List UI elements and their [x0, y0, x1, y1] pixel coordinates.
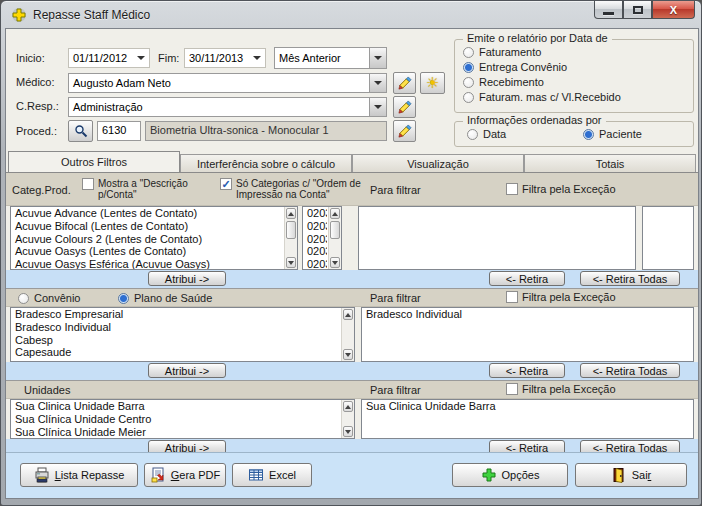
- list-item[interactable]: Acuvue Oasys (Lentes de Contato): [12, 245, 283, 258]
- tab-interferencia[interactable]: Interferência sobre o cálculo: [180, 154, 352, 172]
- list-item[interactable]: 0203: [304, 258, 327, 269]
- categ-filter-listbox[interactable]: [358, 206, 636, 270]
- edit-medico-button[interactable]: [393, 72, 416, 94]
- list-item[interactable]: Sua Clínica Unidade Meier: [12, 426, 340, 438]
- radio-faturam-recebido[interactable]: Faturam. mas c/ Vl.Recebido: [463, 91, 621, 103]
- list-item[interactable]: Bradesco Empresarial: [12, 308, 340, 321]
- atribui-button[interactable]: Atribui ->: [148, 271, 226, 286]
- report-date-group-title: Emite o relatório por Data de: [463, 32, 612, 44]
- medico-combo[interactable]: Augusto Adam Neto: [68, 73, 387, 93]
- products-scrollbar[interactable]: [284, 207, 297, 269]
- fim-dropdown-icon[interactable]: [248, 49, 265, 67]
- opcoes-button[interactable]: Opções: [452, 463, 568, 487]
- checkbox-icon: [506, 291, 518, 303]
- periodo-combo[interactable]: Mês Anterior: [274, 47, 387, 69]
- scroll-down-icon[interactable]: [343, 426, 353, 437]
- scroll-down-icon[interactable]: [330, 257, 340, 268]
- medico-dropdown-icon[interactable]: [369, 74, 386, 92]
- gera-pdf-button[interactable]: Gera PDF: [144, 463, 226, 487]
- checkbox-icon: [82, 178, 94, 190]
- categ-prod-label: Categ.Prod.: [12, 184, 71, 196]
- radio-data[interactable]: Data: [467, 128, 506, 140]
- scroll-thumb[interactable]: [286, 221, 296, 239]
- unidades-filter-listbox[interactable]: Sua Clinica Unidade Barra: [361, 399, 694, 439]
- radio-convenio[interactable]: Convênio: [18, 292, 80, 304]
- cresp-dropdown-icon[interactable]: [369, 98, 386, 116]
- periodo-dropdown-icon[interactable]: [369, 48, 386, 68]
- radio-faturamento[interactable]: Faturamento: [463, 46, 541, 58]
- scroll-up-icon[interactable]: [286, 208, 296, 219]
- checkbox-filtra-excecao[interactable]: Filtra pela Exceção: [506, 291, 616, 303]
- radio-recebimento[interactable]: Recebimento: [463, 76, 544, 88]
- list-item[interactable]: Acuvue Colours 2 (Lentes de Contato): [12, 233, 283, 246]
- sair-button[interactable]: Sair: [575, 463, 687, 487]
- scroll-down-icon[interactable]: [343, 349, 353, 360]
- list-item[interactable]: Sua Clinica Unidade Barra: [363, 400, 692, 413]
- inicio-dropdown-icon[interactable]: [132, 49, 149, 67]
- cresp-combo[interactable]: Administração: [68, 97, 387, 117]
- edit-cresp-button[interactable]: [393, 96, 416, 118]
- list-item[interactable]: Bradesco Individual: [12, 321, 340, 334]
- list-item[interactable]: 0203: [304, 220, 327, 233]
- checkbox-filtra-excecao[interactable]: Filtra pela Exceção: [506, 383, 616, 395]
- close-button[interactable]: X: [652, 1, 695, 19]
- retira-todas-button[interactable]: <- Retira Todas: [580, 363, 680, 378]
- retira-button[interactable]: <- Retira: [489, 271, 565, 286]
- list-item[interactable]: Acuvue Oasys Esférica (Acuvue Oasys): [12, 258, 283, 269]
- scroll-up-icon[interactable]: [343, 401, 353, 412]
- list-item[interactable]: 0203: [304, 233, 327, 246]
- periodo-value: Mês Anterior: [275, 52, 369, 64]
- tab-totais[interactable]: Totais: [524, 154, 696, 172]
- list-item[interactable]: Acuvue Advance (Lentes de Contato): [12, 207, 283, 220]
- scroll-thumb[interactable]: [330, 221, 340, 239]
- scroll-up-icon[interactable]: [330, 208, 340, 219]
- proced-desc-field: Biometria Ultra-sonica - Monocular 1: [145, 121, 387, 141]
- atribui-button[interactable]: Atribui ->: [148, 363, 226, 378]
- para-filtrar-label: Para filtrar: [370, 184, 421, 196]
- codes-scrollbar[interactable]: [328, 207, 341, 269]
- tab-visualizacao[interactable]: Visualização: [352, 154, 524, 172]
- inicio-date-combo[interactable]: 01/11/2012: [68, 48, 150, 68]
- unidades-listbox[interactable]: Sua Clinica Unidade BarraSua Clínica Uni…: [10, 399, 355, 439]
- list-item[interactable]: Bradesco Individual: [363, 308, 692, 321]
- unidades-scrollbar[interactable]: [341, 400, 354, 438]
- window-controls: X: [594, 1, 695, 19]
- edit-proced-button[interactable]: [393, 120, 416, 142]
- list-item[interactable]: Acuvue Bifocal (Lentes de Contato): [12, 220, 283, 233]
- maximize-button[interactable]: [623, 1, 652, 19]
- fim-date-combo[interactable]: 30/11/2013: [184, 48, 266, 68]
- list-item[interactable]: Cabesp: [12, 334, 340, 347]
- new-medico-button[interactable]: ☀: [420, 72, 445, 94]
- list-item[interactable]: 0203: [304, 207, 327, 220]
- retira-todas-button[interactable]: <- Retira Todas: [580, 271, 680, 286]
- planos-scrollbar[interactable]: [341, 308, 354, 361]
- checkbox-mostra-descricao[interactable]: Mostra a "Descrição p/Conta": [82, 178, 216, 200]
- convenio-actions-bar: Atribui -> <- Retira <- Retira Todas: [6, 362, 698, 380]
- products-listbox[interactable]: Acuvue Advance (Lentes de Contato)Acuvue…: [10, 206, 298, 270]
- retira-button[interactable]: <- Retira: [489, 363, 565, 378]
- scroll-up-icon[interactable]: [343, 309, 353, 320]
- medico-label: Médico:: [16, 76, 55, 88]
- categ-prod-body: Acuvue Advance (Lentes de Contato)Acuvue…: [6, 206, 698, 270]
- lista-repasse-button[interactable]: Lista Repasse: [20, 463, 138, 487]
- list-item[interactable]: Sua Clínica Unidade Centro: [12, 413, 340, 426]
- categ-exception-listbox[interactable]: [642, 206, 694, 270]
- list-item[interactable]: Sua Clinica Unidade Barra: [12, 400, 340, 413]
- checkbox-so-categorias[interactable]: Só Categorias c/ "Ordem de Impressão na …: [220, 178, 376, 200]
- convenio-filter-listbox[interactable]: Bradesco Individual: [361, 307, 694, 362]
- planos-listbox[interactable]: Bradesco EmpresarialBradesco IndividualC…: [10, 307, 355, 362]
- excel-grid-icon: [248, 467, 264, 483]
- list-item[interactable]: Capesaude: [12, 346, 340, 359]
- list-item[interactable]: 0203: [304, 245, 327, 258]
- search-proced-button[interactable]: [68, 120, 93, 142]
- radio-entrega-convenio[interactable]: Entrega Convênio: [463, 61, 567, 73]
- codes-listbox[interactable]: 020302030203020302030203: [302, 206, 342, 270]
- tab-outros-filtros[interactable]: Outros Filtros: [8, 151, 180, 172]
- radio-plano-saude[interactable]: Plano de Saúde: [118, 292, 212, 304]
- excel-button[interactable]: Excel: [232, 463, 312, 487]
- minimize-button[interactable]: [594, 1, 623, 19]
- proced-code-field[interactable]: 6130: [97, 121, 141, 141]
- scroll-down-icon[interactable]: [286, 257, 296, 268]
- checkbox-filtra-excecao[interactable]: Filtra pela Exceção: [506, 183, 616, 195]
- radio-paciente[interactable]: Paciente: [583, 128, 642, 140]
